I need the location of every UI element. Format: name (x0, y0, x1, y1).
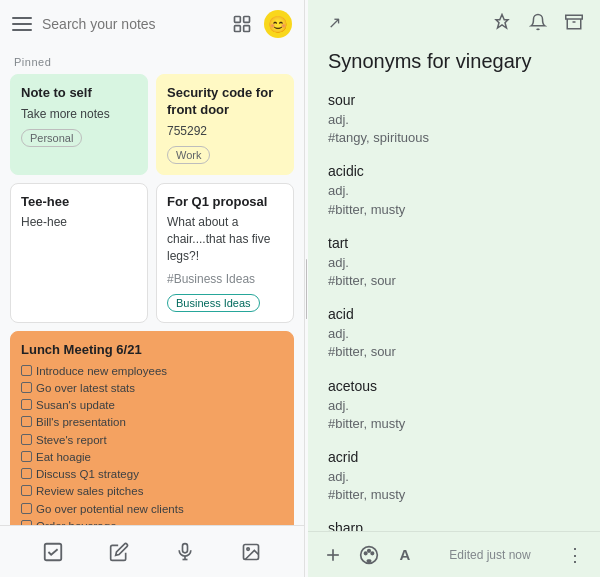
synonym-block: acetous adj. #bitter, musty (328, 376, 580, 433)
note-content: Take more notes (21, 106, 137, 123)
synonym-pos: adj. (328, 182, 580, 200)
app-container: 😊 Pinned Note to self Take more notes Pe… (0, 0, 600, 577)
note-tee-hee[interactable]: Tee-hee Hee-hee (10, 183, 148, 323)
edit-timestamp: Edited just now (428, 548, 552, 562)
svg-point-15 (364, 552, 367, 555)
synonym-tags: #bitter, musty (328, 486, 580, 504)
list-item: Go over potential new clients (21, 501, 283, 518)
list-item: Order beverage (21, 518, 283, 525)
svg-point-17 (371, 552, 374, 555)
svg-point-16 (368, 549, 371, 552)
note-body[interactable]: Synonyms for vinegary sour adj. #tangy, … (308, 44, 600, 531)
synonym-block: tart adj. #bitter, sour (328, 233, 580, 290)
synonym-pos: adj. (328, 325, 580, 343)
synonym-block: acid adj. #bitter, sour (328, 304, 580, 361)
checkbox-icon[interactable] (41, 540, 65, 564)
color-palette-icon[interactable] (356, 542, 382, 568)
note-title: For Q1 proposal (167, 194, 283, 211)
svg-rect-5 (183, 543, 188, 552)
reminder-bell-icon[interactable] (524, 8, 552, 36)
note-tag-work: Work (167, 146, 210, 164)
grid-view-icon[interactable] (230, 12, 254, 36)
svg-rect-1 (244, 17, 250, 23)
note-title: Note to self (21, 85, 137, 102)
text-format-icon[interactable]: A (392, 542, 418, 568)
svg-point-9 (247, 547, 250, 550)
list-item: Steve's report (21, 432, 283, 449)
synonym-word: tart (328, 233, 580, 254)
note-tag-business: Business Ideas (167, 294, 260, 312)
checklist: Introduce new employeesGo over latest st… (21, 363, 283, 525)
note-content: 755292 (167, 123, 283, 140)
svg-rect-0 (235, 17, 241, 23)
synonyms-list: sour adj. #tangy, spirituous acidic adj.… (328, 90, 580, 531)
mic-icon[interactable] (173, 540, 197, 564)
synonym-tags: #bitter, musty (328, 201, 580, 219)
synonym-word: sharp (328, 518, 580, 531)
list-item: Introduce new employees (21, 363, 283, 380)
list-item: Review sales pitches (21, 483, 283, 500)
notes-scroll-area: Pinned Note to self Take more notes Pers… (0, 48, 304, 525)
note-content: What about a chair....that has five legs… (167, 214, 283, 264)
bottom-toolbar (0, 525, 304, 577)
note-q1-proposal[interactable]: For Q1 proposal What about a chair....th… (156, 183, 294, 323)
synonym-word: acidic (328, 161, 580, 182)
list-item: Eat hoagie (21, 449, 283, 466)
scroll-indicator (306, 259, 307, 319)
synonym-block: acrid adj. #bitter, musty (328, 447, 580, 504)
synonym-block: sour adj. #tangy, spirituous (328, 90, 580, 147)
svg-rect-3 (244, 26, 250, 32)
archive-icon[interactable] (560, 8, 588, 36)
synonym-block: acidic adj. #bitter, musty (328, 161, 580, 218)
synonym-tags: #bitter, sour (328, 272, 580, 290)
note-bottom-bar: A Edited just now ⋮ (308, 531, 600, 577)
list-item: Go over latest stats (21, 380, 283, 397)
note-toolbar-right (488, 8, 588, 36)
synonym-word: acid (328, 304, 580, 325)
profile-avatar[interactable]: 😊 (264, 10, 292, 38)
more-options-icon[interactable]: ⋮ (562, 542, 588, 568)
image-icon[interactable] (239, 540, 263, 564)
note-title: Security code for front door (167, 85, 283, 119)
svg-rect-10 (566, 15, 583, 19)
note-security-code[interactable]: Security code for front door 755292 Work (156, 74, 294, 175)
pinned-notes-grid: Note to self Take more notes Personal Se… (10, 74, 294, 525)
list-item: Discuss Q1 strategy (21, 466, 283, 483)
note-title: Lunch Meeting 6/21 (21, 342, 283, 359)
svg-rect-2 (235, 26, 241, 32)
right-panel: ↗ (308, 0, 600, 577)
top-bar: 😊 (0, 0, 304, 48)
note-title: Tee-hee (21, 194, 137, 211)
note-to-self[interactable]: Note to self Take more notes Personal (10, 74, 148, 175)
synonym-word: acetous (328, 376, 580, 397)
synonym-word: acrid (328, 447, 580, 468)
note-tag-personal: Personal (21, 129, 82, 147)
note-content: Hee-hee (21, 214, 137, 231)
add-item-icon[interactable] (320, 542, 346, 568)
pinned-section-label: Pinned (10, 48, 294, 74)
synonym-tags: #bitter, sour (328, 343, 580, 361)
note-lunch-meeting[interactable]: Lunch Meeting 6/21 Introduce new employe… (10, 331, 294, 525)
synonym-pos: adj. (328, 468, 580, 486)
synonym-word: sour (328, 90, 580, 111)
pin-icon[interactable] (488, 8, 516, 36)
expand-icon[interactable]: ↗ (320, 8, 348, 36)
list-item: Bill's presentation (21, 414, 283, 431)
pencil-icon[interactable] (107, 540, 131, 564)
list-item: Susan's update (21, 397, 283, 414)
note-hashtag: #Business Ideas (167, 271, 283, 288)
note-main-title: Synonyms for vinegary (328, 48, 580, 74)
hamburger-icon[interactable] (12, 17, 32, 31)
search-input[interactable] (42, 16, 220, 32)
synonym-tags: #bitter, musty (328, 415, 580, 433)
synonym-pos: adj. (328, 254, 580, 272)
synonym-block: sharp adj. #bitter, acid (328, 518, 580, 531)
note-toolbar: ↗ (308, 0, 600, 44)
synonym-pos: adj. (328, 397, 580, 415)
synonym-tags: #tangy, spirituous (328, 129, 580, 147)
left-panel: 😊 Pinned Note to self Take more notes Pe… (0, 0, 305, 577)
synonym-pos: adj. (328, 111, 580, 129)
